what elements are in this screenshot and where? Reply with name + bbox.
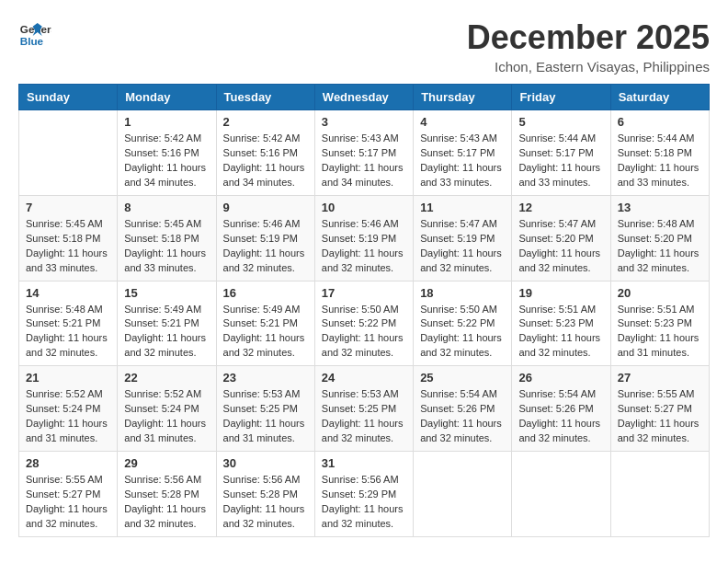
cell-info: Sunrise: 5:53 AM Sunset: 5:25 PM Dayligh… bbox=[322, 387, 406, 446]
sunrise: Sunrise: 5:48 AM bbox=[618, 218, 695, 229]
sunset: Sunset: 5:27 PM bbox=[26, 488, 100, 500]
sunrise: Sunrise: 5:51 AM bbox=[518, 304, 596, 315]
day-number: 19 bbox=[518, 286, 603, 300]
sunset: Sunset: 5:19 PM bbox=[420, 233, 495, 244]
sunrise: Sunrise: 5:51 AM bbox=[618, 304, 695, 315]
sunset: Sunset: 5:26 PM bbox=[420, 403, 495, 414]
daylight: Daylight: 11 hours and 32 minutes. bbox=[26, 332, 108, 358]
page-header: General Blue December 2025 Ichon, Easter… bbox=[18, 18, 710, 75]
sunrise: Sunrise: 5:44 AM bbox=[518, 132, 596, 144]
cell-info: Sunrise: 5:54 AM Sunset: 5:26 PM Dayligh… bbox=[420, 387, 505, 446]
sunrise: Sunrise: 5:42 AM bbox=[223, 132, 301, 144]
cell-info: Sunrise: 5:51 AM Sunset: 5:23 PM Dayligh… bbox=[518, 303, 603, 362]
cell-info: Sunrise: 5:42 AM Sunset: 5:16 PM Dayligh… bbox=[223, 132, 308, 190]
cell-info: Sunrise: 5:52 AM Sunset: 5:24 PM Dayligh… bbox=[124, 387, 209, 446]
sunset: Sunset: 5:23 PM bbox=[518, 317, 593, 328]
cell-info: Sunrise: 5:50 AM Sunset: 5:22 PM Dayligh… bbox=[322, 303, 406, 362]
daylight: Daylight: 11 hours and 32 minutes. bbox=[322, 418, 404, 443]
col-header-sunday: Sunday bbox=[19, 85, 118, 110]
week-row-1: 7 Sunrise: 5:45 AM Sunset: 5:18 PM Dayli… bbox=[19, 195, 710, 281]
daylight: Daylight: 11 hours and 32 minutes. bbox=[322, 247, 404, 273]
daylight: Daylight: 11 hours and 32 minutes. bbox=[420, 332, 502, 358]
sunset: Sunset: 5:27 PM bbox=[618, 403, 692, 414]
week-row-3: 21 Sunrise: 5:52 AM Sunset: 5:24 PM Dayl… bbox=[19, 366, 710, 452]
sunset: Sunset: 5:21 PM bbox=[26, 317, 100, 328]
sunset: Sunset: 5:22 PM bbox=[420, 317, 495, 328]
sunset: Sunset: 5:28 PM bbox=[223, 488, 298, 500]
day-cell bbox=[414, 452, 512, 537]
daylight: Daylight: 11 hours and 34 minutes. bbox=[322, 162, 404, 188]
cell-info: Sunrise: 5:44 AM Sunset: 5:18 PM Dayligh… bbox=[618, 132, 702, 190]
daylight: Daylight: 11 hours and 32 minutes. bbox=[322, 332, 404, 358]
daylight: Daylight: 11 hours and 32 minutes. bbox=[618, 247, 700, 273]
sunrise: Sunrise: 5:47 AM bbox=[420, 218, 497, 229]
sunset: Sunset: 5:23 PM bbox=[618, 317, 692, 328]
day-cell: 9 Sunrise: 5:46 AM Sunset: 5:19 PM Dayli… bbox=[216, 195, 314, 281]
sunset: Sunset: 5:24 PM bbox=[124, 403, 199, 414]
day-cell: 18 Sunrise: 5:50 AM Sunset: 5:22 PM Dayl… bbox=[414, 281, 512, 366]
sunset: Sunset: 5:25 PM bbox=[322, 403, 396, 414]
sunrise: Sunrise: 5:45 AM bbox=[26, 218, 103, 229]
sunrise: Sunrise: 5:53 AM bbox=[322, 388, 399, 399]
day-number: 23 bbox=[223, 371, 308, 385]
sunset: Sunset: 5:19 PM bbox=[223, 233, 298, 244]
sunset: Sunset: 5:24 PM bbox=[26, 403, 100, 414]
cell-info: Sunrise: 5:50 AM Sunset: 5:22 PM Dayligh… bbox=[420, 303, 505, 362]
cell-info: Sunrise: 5:43 AM Sunset: 5:17 PM Dayligh… bbox=[322, 132, 406, 190]
daylight: Daylight: 11 hours and 32 minutes. bbox=[618, 418, 700, 443]
sunrise: Sunrise: 5:52 AM bbox=[124, 388, 201, 399]
calendar-header-row: SundayMondayTuesdayWednesdayThursdayFrid… bbox=[19, 85, 710, 110]
day-number: 31 bbox=[322, 456, 406, 470]
sunset: Sunset: 5:17 PM bbox=[322, 147, 396, 158]
sunrise: Sunrise: 5:53 AM bbox=[223, 388, 301, 399]
sunset: Sunset: 5:25 PM bbox=[223, 403, 298, 414]
day-cell: 11 Sunrise: 5:47 AM Sunset: 5:19 PM Dayl… bbox=[414, 195, 512, 281]
sunrise: Sunrise: 5:42 AM bbox=[124, 132, 201, 144]
daylight: Daylight: 11 hours and 32 minutes. bbox=[124, 332, 206, 358]
day-cell: 16 Sunrise: 5:49 AM Sunset: 5:21 PM Dayl… bbox=[216, 281, 314, 366]
daylight: Daylight: 11 hours and 33 minutes. bbox=[618, 162, 700, 188]
week-row-4: 28 Sunrise: 5:55 AM Sunset: 5:27 PM Dayl… bbox=[19, 452, 710, 537]
sunset: Sunset: 5:26 PM bbox=[518, 403, 593, 414]
daylight: Daylight: 11 hours and 32 minutes. bbox=[124, 503, 206, 529]
col-header-monday: Monday bbox=[118, 85, 216, 110]
day-number: 27 bbox=[618, 371, 702, 385]
day-number: 29 bbox=[124, 456, 209, 470]
col-header-thursday: Thursday bbox=[414, 85, 512, 110]
sunset: Sunset: 5:18 PM bbox=[124, 233, 199, 244]
sunrise: Sunrise: 5:46 AM bbox=[322, 218, 399, 229]
day-number: 3 bbox=[322, 115, 406, 129]
day-number: 20 bbox=[618, 286, 702, 300]
location: Ichon, Eastern Visayas, Philippines bbox=[467, 59, 710, 75]
day-number: 21 bbox=[26, 371, 110, 385]
cell-info: Sunrise: 5:42 AM Sunset: 5:16 PM Dayligh… bbox=[124, 132, 209, 190]
day-cell: 7 Sunrise: 5:45 AM Sunset: 5:18 PM Dayli… bbox=[19, 195, 118, 281]
day-cell: 12 Sunrise: 5:47 AM Sunset: 5:20 PM Dayl… bbox=[512, 195, 610, 281]
sunrise: Sunrise: 5:47 AM bbox=[518, 218, 596, 229]
day-cell bbox=[19, 110, 118, 196]
day-cell: 23 Sunrise: 5:53 AM Sunset: 5:25 PM Dayl… bbox=[216, 366, 314, 452]
day-cell: 5 Sunrise: 5:44 AM Sunset: 5:17 PM Dayli… bbox=[512, 110, 610, 196]
day-cell: 24 Sunrise: 5:53 AM Sunset: 5:25 PM Dayl… bbox=[314, 366, 413, 452]
sunrise: Sunrise: 5:46 AM bbox=[223, 218, 301, 229]
day-cell: 14 Sunrise: 5:48 AM Sunset: 5:21 PM Dayl… bbox=[19, 281, 118, 366]
col-header-friday: Friday bbox=[512, 85, 610, 110]
cell-info: Sunrise: 5:56 AM Sunset: 5:28 PM Dayligh… bbox=[223, 473, 308, 532]
sunset: Sunset: 5:17 PM bbox=[420, 147, 495, 158]
sunset: Sunset: 5:20 PM bbox=[518, 233, 593, 244]
col-header-tuesday: Tuesday bbox=[216, 85, 314, 110]
day-cell: 17 Sunrise: 5:50 AM Sunset: 5:22 PM Dayl… bbox=[314, 281, 413, 366]
cell-info: Sunrise: 5:55 AM Sunset: 5:27 PM Dayligh… bbox=[618, 387, 702, 446]
day-number: 18 bbox=[420, 286, 505, 300]
cell-info: Sunrise: 5:46 AM Sunset: 5:19 PM Dayligh… bbox=[223, 217, 308, 276]
day-cell: 25 Sunrise: 5:54 AM Sunset: 5:26 PM Dayl… bbox=[414, 366, 512, 452]
cell-info: Sunrise: 5:51 AM Sunset: 5:23 PM Dayligh… bbox=[618, 303, 702, 362]
daylight: Daylight: 11 hours and 33 minutes. bbox=[518, 162, 600, 188]
daylight: Daylight: 11 hours and 32 minutes. bbox=[223, 332, 305, 358]
cell-info: Sunrise: 5:47 AM Sunset: 5:19 PM Dayligh… bbox=[420, 217, 505, 276]
cell-info: Sunrise: 5:52 AM Sunset: 5:24 PM Dayligh… bbox=[26, 387, 110, 446]
day-cell: 15 Sunrise: 5:49 AM Sunset: 5:21 PM Dayl… bbox=[118, 281, 216, 366]
week-row-0: 1 Sunrise: 5:42 AM Sunset: 5:16 PM Dayli… bbox=[19, 110, 710, 196]
day-cell: 8 Sunrise: 5:45 AM Sunset: 5:18 PM Dayli… bbox=[118, 195, 216, 281]
cell-info: Sunrise: 5:56 AM Sunset: 5:28 PM Dayligh… bbox=[124, 473, 209, 532]
